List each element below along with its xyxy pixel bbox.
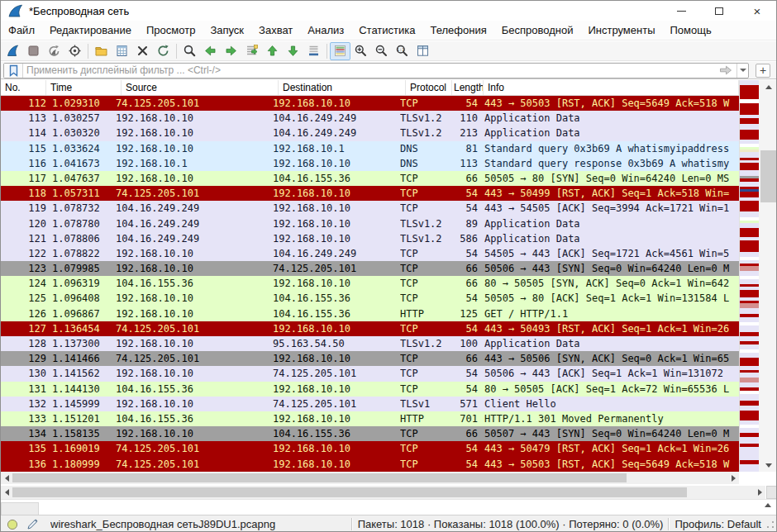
cell-info: 443 → 54505 [ACK] Seq=3994 Ack=1721 Win=… xyxy=(478,201,739,216)
profile-label[interactable]: Профиль: Default xyxy=(675,518,761,530)
scroll-left-button[interactable] xyxy=(1,472,12,484)
packet-row[interactable]: 1351.16901974.125.205.101192.168.10.10TC… xyxy=(1,441,739,456)
packet-row[interactable]: 1201.078780104.16.249.249192.168.10.10TL… xyxy=(1,216,739,231)
packet-row[interactable]: 1231.079985192.168.10.1074.125.205.101TC… xyxy=(1,261,739,276)
minimap-stripe xyxy=(740,411,759,420)
expert-info-button[interactable] xyxy=(4,519,21,530)
packet-row[interactable]: 1161.041673192.168.10.1192.168.10.10DNS1… xyxy=(1,156,739,171)
column-header-source[interactable]: Source xyxy=(122,80,279,95)
packet-row[interactable]: 1131.030257192.168.10.10104.16.249.249TL… xyxy=(1,111,739,126)
vertical-scrollbar-thumb[interactable] xyxy=(760,150,776,202)
zoom-100-icon[interactable]: 1:1 xyxy=(392,42,412,60)
packet-row[interactable]: 1331.151201104.16.155.36192.168.10.10HTT… xyxy=(1,411,739,426)
packet-row[interactable]: 1181.05731174.125.205.101192.168.10.10TC… xyxy=(1,186,739,201)
packet-row[interactable]: 1291.14146674.125.205.101192.168.10.10TC… xyxy=(1,351,739,366)
scroll-down-button[interactable] xyxy=(759,458,777,472)
packet-row[interactable]: 1121.02931074.125.205.101192.168.10.10TC… xyxy=(1,96,739,111)
pane-handle[interactable] xyxy=(1,502,39,515)
restart-capture-icon[interactable] xyxy=(44,42,64,60)
goto-packet-icon[interactable] xyxy=(241,42,262,60)
packet-row[interactable]: 1261.096867192.168.10.10104.16.155.36HTT… xyxy=(1,306,739,321)
previous-packet-icon[interactable] xyxy=(200,42,221,60)
start-capture-icon[interactable] xyxy=(2,42,23,60)
packet-row[interactable]: 1281.137300192.168.10.1095.163.54.50TLSv… xyxy=(1,336,739,351)
menu-item-7[interactable]: Статистика xyxy=(351,21,422,39)
filter-add-button[interactable]: + xyxy=(756,64,770,78)
first-packet-icon[interactable] xyxy=(262,42,283,60)
packet-row[interactable]: 1241.096319104.16.155.36192.168.10.10TCP… xyxy=(1,276,739,291)
title-bar: *Беспроводная сеть × xyxy=(1,1,776,21)
reload-file-icon[interactable] xyxy=(153,42,174,60)
find-packet-icon[interactable] xyxy=(179,42,200,60)
maximize-button[interactable] xyxy=(700,1,738,21)
zoom-in-icon[interactable] xyxy=(350,42,371,60)
colorize-icon[interactable] xyxy=(330,42,350,60)
packet-row[interactable]: 1211.078806104.16.249.249192.168.10.10TL… xyxy=(1,231,739,246)
hscrollbar-thumb[interactable] xyxy=(12,473,627,482)
menu-item-11[interactable]: Помощь xyxy=(663,21,719,39)
cell-time: 1.096408 xyxy=(46,291,116,306)
cell-length: 586 xyxy=(446,231,478,246)
close-file-icon[interactable] xyxy=(132,42,153,60)
scroll-right-button[interactable] xyxy=(727,472,739,484)
filter-apply-button[interactable] xyxy=(715,64,736,78)
next-packet-icon[interactable] xyxy=(221,42,241,60)
packet-row[interactable]: 1341.158135192.168.10.10104.16.155.36TCP… xyxy=(1,426,739,441)
packet-row[interactable]: 1321.145999192.168.10.1074.125.205.101TL… xyxy=(1,397,739,411)
packet-list-hscrollbar[interactable] xyxy=(1,472,739,484)
pane-scroll-up-icon[interactable] xyxy=(765,503,771,507)
column-header-destination[interactable]: Destination xyxy=(279,80,406,95)
cell-info: 80 → 50505 [ACK] Seq=1 Ack=72 Win=65536 … xyxy=(478,382,739,397)
menu-item-3[interactable]: Просмотр xyxy=(139,21,203,39)
scroll-up-button[interactable] xyxy=(759,80,777,93)
autoscroll-icon[interactable] xyxy=(303,42,324,60)
capture-comment-button[interactable] xyxy=(24,518,41,530)
packet-row[interactable]: 1311.144130104.16.155.36192.168.10.10TCP… xyxy=(1,382,739,397)
column-header-no[interactable]: No. xyxy=(1,80,46,95)
detail-pane-hscrollbar[interactable] xyxy=(1,486,765,499)
menu-item-5[interactable]: Захват xyxy=(251,21,300,39)
scroll-right-button[interactable] xyxy=(754,486,765,499)
filter-dropdown-button[interactable] xyxy=(736,64,748,78)
open-file-icon[interactable] xyxy=(91,42,112,60)
menu-item-4[interactable]: Запуск xyxy=(203,21,251,39)
menu-item-8[interactable]: Телефония xyxy=(422,21,493,39)
packet-row[interactable]: 1301.141562192.168.10.1074.125.205.101TC… xyxy=(1,366,739,381)
stop-capture-icon[interactable] xyxy=(23,42,44,60)
cell-info: Application Data xyxy=(478,231,739,246)
resize-columns-icon[interactable] xyxy=(412,42,433,60)
vertical-scrollbar[interactable] xyxy=(759,80,777,472)
menu-item-10[interactable]: Инструменты xyxy=(580,21,662,39)
column-header-length[interactable]: Length xyxy=(452,80,484,95)
packet-row[interactable]: 1151.033624192.168.10.10192.168.10.1DNS8… xyxy=(1,141,739,156)
capture-options-icon[interactable] xyxy=(64,42,85,60)
menu-item-2[interactable]: Редактирование xyxy=(42,21,139,39)
resize-grip[interactable] xyxy=(766,520,775,529)
menu-item-6[interactable]: Анализ xyxy=(300,21,351,39)
menu-item-9[interactable]: Беспроводной xyxy=(494,21,581,39)
menu-item-1[interactable]: Файл xyxy=(1,21,42,39)
minimize-button[interactable] xyxy=(662,1,700,21)
display-filter-input[interactable] xyxy=(23,64,715,77)
close-button[interactable]: × xyxy=(738,1,776,21)
column-header-info[interactable]: Info xyxy=(484,80,739,95)
scroll-left-button[interactable] xyxy=(1,486,12,499)
cell-destination: 192.168.10.10 xyxy=(273,96,400,111)
save-file-icon[interactable] xyxy=(112,42,132,60)
packet-row[interactable]: 1171.047637192.168.10.10104.16.155.36TCP… xyxy=(1,171,739,186)
cell-protocol: HTTP xyxy=(400,411,446,426)
zoom-out-icon[interactable] xyxy=(371,42,392,60)
column-header-protocol[interactable]: Protocol xyxy=(406,80,452,95)
packet-row[interactable]: 1361.18099974.125.205.101192.168.10.10TC… xyxy=(1,457,739,472)
last-packet-icon[interactable] xyxy=(283,42,303,60)
packet-row[interactable]: 1251.096408192.168.10.10104.16.155.36TCP… xyxy=(1,291,739,306)
hscrollbar-thumb[interactable] xyxy=(12,487,687,497)
filter-bookmark-button[interactable] xyxy=(4,64,23,78)
packet-row[interactable]: 1221.078822192.168.10.10104.16.249.249TC… xyxy=(1,246,739,261)
packet-row[interactable]: 1271.13645474.125.205.101192.168.10.10TC… xyxy=(1,321,739,336)
column-header-time[interactable]: Time xyxy=(46,80,122,95)
cell-info: 443 → 50499 [RST, ACK] Seq=1 Ack=518 Win… xyxy=(478,186,739,201)
packet-row[interactable]: 1141.030320192.168.10.10104.16.249.249TL… xyxy=(1,126,739,140)
packet-row[interactable]: 1191.078732104.16.249.249192.168.10.10TC… xyxy=(1,201,739,216)
intelligent-scrollbar-minimap[interactable] xyxy=(739,80,759,472)
